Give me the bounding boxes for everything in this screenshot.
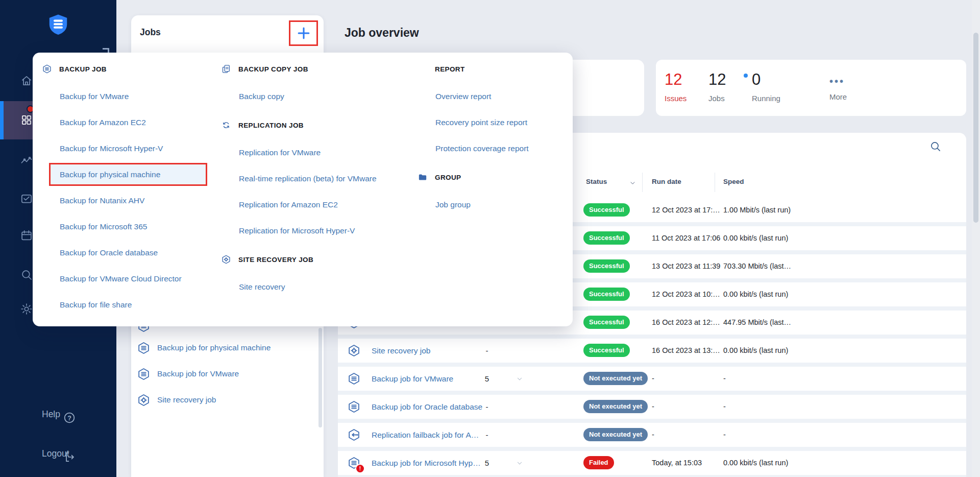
menu-item[interactable]: Site recovery [221,274,408,300]
menu-item[interactable]: Backup for Oracle database [42,240,212,266]
menu-section-title: REPLICATION JOB [238,122,304,129]
jobs-panel-item[interactable]: Backup job for VMware [131,362,324,387]
job-type-icon [347,400,361,414]
menu-item[interactable]: Backup for Microsoft Hyper-V [42,135,212,161]
running-count: 0 [752,70,761,88]
sidebar-item-activity[interactable] [20,154,33,168]
add-job-button[interactable] [289,20,318,46]
menu-item-highlighted[interactable]: Backup for physical machine [49,163,207,186]
stack-icon [347,400,361,414]
search-icon [929,140,942,153]
jobs-panel-item-label: Site recovery job [157,395,216,404]
menu-item[interactable]: Job group [418,192,573,218]
job-name-link[interactable]: Replication failback job for A… [372,423,479,447]
sidebar-item-home[interactable] [20,74,33,87]
speed-cell: 1.00 Mbit/s (last run) [723,198,791,222]
menu-item[interactable]: Backup for Nutanix AHV [42,187,212,213]
stat-jobs[interactable]: 12 Jobs [708,60,726,116]
job-name-link[interactable]: Site recovery job [372,339,430,363]
page-scrollbar-thumb[interactable] [973,33,978,223]
menu-item[interactable]: Backup for Microsoft 365 [42,213,212,240]
menu-section-header: BACKUP JOB [42,60,212,78]
menu-section-title: REPORT [435,65,465,73]
search-icon[interactable] [929,140,942,153]
job-name-link[interactable]: Backup job for Oracle database [372,395,482,419]
menu-section: GROUPJob group [418,168,573,218]
sidebar-item-settings[interactable] [20,302,33,316]
error-badge-icon: ! [355,464,365,473]
sidebar-item-search[interactable] [20,268,33,281]
jobs-panel-item-label: Backup job for VMware [157,369,239,378]
menu-section-title: BACKUP JOB [59,65,107,73]
more-label: More [829,92,847,101]
stat-more[interactable]: ••• More [829,60,847,116]
jobs-panel-title: Jobs [140,27,161,38]
logout-button[interactable]: Logout [0,445,116,462]
jobs-panel-item[interactable]: Backup job for physical machine [131,336,324,361]
more-dots-icon: ••• [829,76,847,87]
table-row: !Backup job for Microsoft Hyp…5FailedTod… [338,451,966,477]
stat-issues[interactable]: 12 Issues [665,60,687,116]
speed-cell: 0.00 kbit/s (last run) [723,451,788,475]
menu-item[interactable]: Real-time replication (beta) for VMware [221,165,408,192]
jobs-panel-item[interactable]: Site recovery job [131,388,324,413]
menu-item[interactable]: Replication for VMware [221,139,408,165]
job-count: 5 [472,451,502,475]
menu-section: BACKUP COPY JOBBackup copy [221,60,408,109]
job-type-icon [347,428,361,442]
speed-cell: - [723,367,726,391]
column-header-status[interactable]: Status [586,178,607,185]
menu-item[interactable]: Backup copy [221,83,408,109]
column-divider [715,173,715,192]
stat-running[interactable]: 0 Running [744,60,780,116]
sidebar-item-dashboard-grid[interactable] [20,113,33,127]
job-name-link[interactable]: Backup job for VMware [372,367,453,391]
status-badge: Failed [583,456,614,469]
menu-item[interactable]: Backup for file share [42,292,212,318]
job-name-link[interactable]: Backup job for Microsoft Hyp… [372,451,481,475]
job-count: - [472,339,502,363]
svg-text:?: ? [67,415,71,422]
table-row: Site recovery job-Successful16 Oct 2023 … [338,339,966,367]
jobs-panel-scrollbar[interactable] [318,328,322,427]
menu-item[interactable]: Recovery point size report [418,109,573,135]
menu-section: BACKUP JOBBackup for VMwareBackup for Am… [42,60,212,318]
issues-count: 12 [665,70,687,89]
menu-item[interactable]: Backup for Amazon EC2 [42,109,212,135]
column-header-run-date[interactable]: Run date [652,178,681,185]
help-label: Help [42,409,60,420]
replication-icon [221,120,231,130]
speed-cell: 0.00 kbit/s (last run) [723,226,788,250]
expand-chevron-icon[interactable] [516,375,524,383]
menu-column: BACKUP COPY JOBBackup copyREPLICATION JO… [212,53,408,326]
app-logo [46,10,70,39]
site-recovery-icon [347,344,361,357]
help-button[interactable]: ? Help [0,406,116,423]
status-badge: Successful [583,316,630,329]
monitoring-icon [20,192,33,205]
table-row: Backup job for VMware5Not executed yet-- [338,367,966,395]
menu-item[interactable]: Backup for VMware Cloud Director [42,266,212,292]
dashboard-grid-icon [20,113,33,127]
status-badge: Successful [583,344,630,357]
app-root: ? Help Logout Job overview 12 Issues 12 … [0,0,980,477]
menu-item[interactable]: Replication for Amazon EC2 [221,192,408,218]
menu-section: REPORTOverview reportRecovery point size… [418,60,573,161]
status-filter-chevron-icon[interactable] [629,179,636,187]
status-badge: Successful [583,203,630,217]
sidebar-item-monitoring[interactable] [20,192,33,205]
menu-item[interactable]: Backup for VMware [42,83,212,109]
search-icon [20,268,33,281]
column-header-speed[interactable]: Speed [723,178,744,185]
stack-icon [347,372,361,386]
menu-item[interactable]: Replication for Microsoft Hyper-V [221,218,408,244]
chevron-down-icon [516,375,524,383]
menu-item[interactable]: Protection coverage report [418,135,573,161]
folder-icon [418,172,428,182]
sidebar-item-calendar[interactable] [20,229,33,242]
jobs-panel-item-label: Backup job for physical machine [157,343,271,352]
sidebar-active-bar [0,101,4,139]
menu-item[interactable]: Overview report [418,83,573,109]
speed-cell: 447.95 Mbit/s (last… [723,311,791,335]
expand-chevron-icon[interactable] [516,459,524,467]
